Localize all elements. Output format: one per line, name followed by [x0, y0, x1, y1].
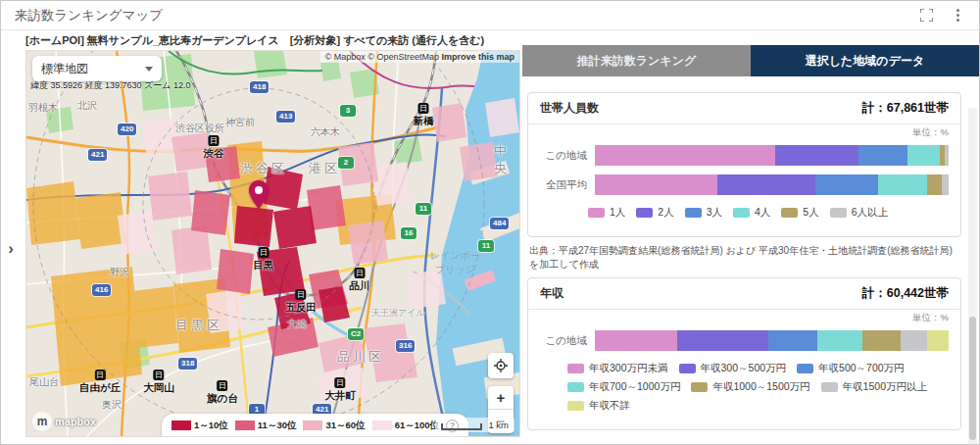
bar-segment	[901, 330, 927, 351]
home-poi-pin[interactable]	[248, 180, 270, 214]
station-marker: 日品川	[350, 268, 370, 293]
legend-label: 5人	[803, 206, 818, 220]
scale-rule	[441, 423, 482, 430]
route-shield: 11	[478, 240, 494, 252]
unit-label: 単位：%	[538, 312, 949, 325]
chart-row: 全国平均	[538, 174, 949, 195]
map-coordinates: 緯度 35.5926 経度 139.7630 ズーム 12.0	[30, 79, 191, 92]
legend-label: 年収700～1000万円	[589, 380, 680, 394]
station-name: 旗の台	[207, 392, 238, 406]
legend-item: 5人	[781, 206, 818, 220]
station-icon: 日	[209, 135, 220, 146]
legend-chip	[821, 382, 838, 392]
row-label: この地域	[538, 149, 587, 163]
legend-item: 年収700～1000万円	[567, 380, 680, 394]
card-body: 単位：% この地域 年収300万円未満年収300～500万円年収500～700万…	[528, 310, 960, 429]
station-icon: 日	[218, 380, 228, 391]
visit-ranking-map-widget: 来訪数ランキングマップ › [ホームPOI] 無料サンプル_恵比寿ガーデンプレイ…	[0, 0, 980, 445]
rank-legend: 1～10位11～30位31～60位61～100位 ?	[162, 414, 468, 437]
zoom-in-button[interactable]: +	[488, 386, 514, 410]
station-name: 自由が丘	[79, 381, 121, 395]
route-shield: 484	[490, 218, 509, 229]
route-shield: 421	[88, 149, 107, 161]
rank-label: 61～100位	[395, 420, 439, 432]
legend-item: 年収300万円未満	[567, 362, 668, 375]
legend-item: 年収1000～1500万円	[691, 380, 809, 394]
station-name: 大岡山	[143, 381, 174, 395]
route-shield: 11	[416, 203, 431, 215]
station-marker: 日大井町	[324, 377, 356, 403]
station-icon: 日	[259, 247, 270, 258]
station-marker: 日新橋	[414, 103, 434, 128]
legend-chip	[797, 364, 813, 373]
route-shield: 418	[250, 81, 269, 93]
rank-color-chip	[372, 420, 392, 430]
bar-segment	[942, 174, 949, 195]
legend-label: 年収1000～1500万円	[712, 380, 809, 394]
attribution-text: © Mapbox © OpenStreetMap	[325, 52, 439, 62]
row-label: 全国平均	[538, 178, 587, 192]
legend-chip	[691, 382, 708, 392]
route-shield: 3	[340, 105, 356, 117]
map-canvas[interactable]: © Mapbox © OpenStreetMap Improve this ma…	[25, 50, 520, 437]
legend-chip	[781, 208, 798, 218]
station-marker: 日自由が丘	[79, 370, 121, 395]
station-icon: 日	[355, 268, 366, 278]
mapbox-logo-mark: m	[32, 412, 52, 431]
card-header: 年収 計：60,442世帯	[528, 278, 960, 310]
legend-label: 年収1500万円以上	[843, 380, 927, 394]
tab-selected-area-data[interactable]: 選択した地域のデータ	[751, 45, 979, 76]
rank-label: 1～10位	[194, 420, 228, 432]
bar-segment	[775, 145, 858, 166]
annual-income-card: 年収 計：60,442世帯 単位：% この地域 年収300万円未満年収300～5…	[527, 277, 961, 430]
panel-scrollbar[interactable]: ▼	[968, 108, 977, 445]
legend-item: 6人以上	[830, 206, 888, 220]
map-attribution: © Mapbox © OpenStreetMap Improve this ma…	[320, 51, 519, 63]
rank-legend-items: 1～10位11～30位31～60位61～100位	[172, 420, 446, 432]
legend-label: 1人	[610, 206, 625, 220]
household-size-legend: 1人2人3人4人5人6人以上	[538, 204, 949, 230]
route-shield: 416	[92, 284, 111, 296]
route-shield: 2	[338, 157, 354, 169]
route-shield: 16	[401, 227, 416, 239]
chevron-down-icon	[145, 67, 153, 72]
bar-segment	[595, 330, 677, 351]
legend-item: 1人	[588, 206, 625, 220]
scale-label: 1 km	[488, 420, 509, 430]
mapbox-wordmark: mapbox	[55, 416, 96, 427]
station-icon: 日	[335, 377, 346, 388]
bar-segment	[927, 174, 941, 195]
bar-segment	[817, 330, 861, 351]
bar-segment	[595, 145, 775, 166]
rank-legend-item: 1～10位	[172, 420, 228, 432]
tab-estimated-visit-ranking[interactable]: 推計来訪数ランキング	[522, 45, 751, 76]
map-column: [ホームPOI] 無料サンプル_恵比寿ガーデンプレイス [分析対象] すべての来…	[25, 32, 520, 437]
station-name: 五反田	[285, 301, 317, 315]
route-shield: 318	[178, 358, 197, 370]
station-name: 大井町	[324, 389, 356, 403]
page-title: 来訪数ランキングマップ	[15, 7, 163, 25]
station-marker: 日渋谷	[204, 135, 224, 161]
fullscreen-icon[interactable]	[918, 8, 934, 24]
legend-chip	[636, 208, 653, 218]
panel-tabs: 推計来訪数ランキング 選択した地域のデータ	[522, 45, 979, 76]
station-icon: 日	[95, 370, 106, 380]
card-header: 世帯人員数 計：67,861世帯	[528, 93, 960, 124]
legend-label: 年収300万円未満	[589, 362, 668, 375]
rank-legend-item: 11～30位	[235, 420, 297, 432]
route-shield: 420	[118, 124, 136, 135]
legend-chip	[830, 208, 847, 218]
map-scale: 1 km	[435, 418, 514, 432]
sidebar-expand-chevron[interactable]: ›	[1, 231, 21, 267]
map-style-selector[interactable]: 標準地図	[32, 56, 162, 81]
improve-map-link[interactable]: Improve this map	[441, 52, 514, 62]
scrollbar-thumb[interactable]	[969, 317, 976, 441]
legend-item: 年収500～700万円	[797, 362, 905, 375]
data-panel: 推計来訪数ランキング 選択した地域のデータ 世帯人員数 計：67,861世帯 単…	[522, 45, 979, 442]
geolocate-button[interactable]	[488, 353, 514, 378]
mapbox-logo[interactable]: m mapbox	[32, 412, 96, 431]
annual-income-legend: 年収300万円未満年収300～500万円年収500～700万円年収700～100…	[538, 360, 949, 423]
kebab-menu-icon[interactable]	[950, 8, 965, 24]
workspace: › [ホームPOI] 無料サンプル_恵比寿ガーデンプレイス [分析対象] すべて…	[1, 30, 979, 444]
route-shield: 413	[276, 111, 295, 123]
